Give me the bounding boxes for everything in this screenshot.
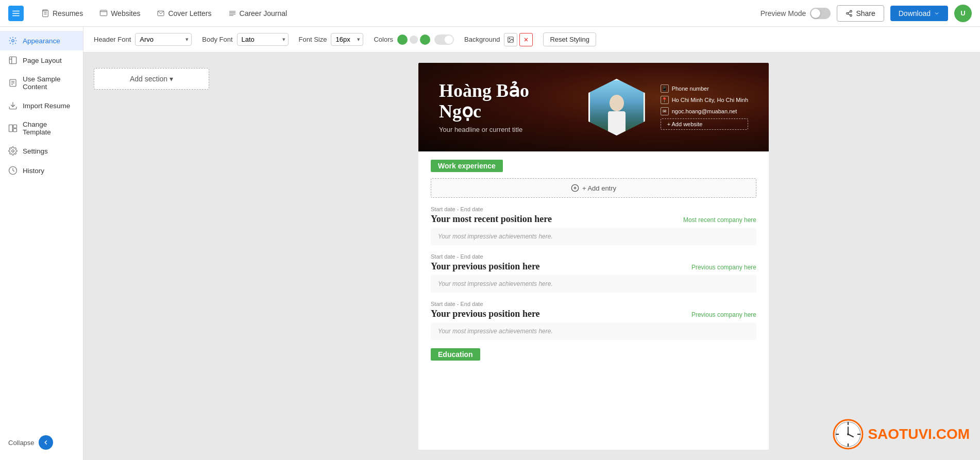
location-icon: 📍 [661, 96, 669, 104]
sidebar-collapse[interactable]: Collapse [0, 429, 83, 456]
nav-item-resumes[interactable]: Resumes [34, 6, 90, 21]
job-company-1[interactable]: Most recent company here [683, 216, 756, 224]
sidebar-item-history[interactable]: History [0, 161, 83, 180]
nav-item-career-journal[interactable]: Career Journal [221, 6, 295, 21]
header-contacts: 📱 Phone number 📍 Ho Chi Minh City, Ho Ch… [661, 84, 748, 130]
header-font-select-wrapper[interactable]: Arvo Georgia Merriweather [135, 33, 192, 46]
svg-point-19 [12, 40, 14, 42]
education-header: Education [431, 348, 480, 361]
profile-photo[interactable] [588, 79, 645, 135]
body-font-group: Body Font Lato Open Sans Roboto [202, 33, 288, 46]
work-experience-section: Work experience + Add entry Start date -… [431, 160, 756, 340]
job-dates-2: Start date - End date [431, 253, 756, 260]
font-size-select-wrapper[interactable]: 14px 15px 16px 17px 18px [331, 33, 363, 46]
svg-point-31 [12, 150, 14, 152]
svg-point-16 [850, 14, 852, 16]
add-website-button[interactable]: + Add website [661, 118, 748, 130]
content-area: Add section ▾ Hoàng Bảo Ngọc Your headli… [83, 53, 980, 460]
main-layout: Appearance Page Layout Use Sample Conten… [0, 27, 980, 460]
top-navigation: Resumes Websites Cover Letters Career Jo… [0, 0, 980, 27]
content-inner: Add section ▾ Hoàng Bảo Ngọc Your headli… [83, 53, 980, 460]
sidebar-item-change-template[interactable]: Change Template [0, 115, 83, 141]
svg-line-17 [848, 13, 850, 14]
job-entry-3: Start date - End date Your previous posi… [431, 301, 756, 340]
job-title-row-2: Your previous position here Previous com… [431, 261, 756, 272]
colors-toggle[interactable] [434, 35, 454, 45]
reset-styling-button[interactable]: Reset Styling [543, 32, 596, 46]
header-font-select[interactable]: Arvo Georgia Merriweather [135, 33, 192, 46]
nav-items: Resumes Websites Cover Letters Career Jo… [34, 6, 761, 21]
job-company-2[interactable]: Previous company here [691, 264, 756, 271]
svg-rect-28 [9, 125, 13, 132]
font-size-group: Font Size 14px 15px 16px 17px 18px [299, 33, 364, 46]
nav-item-cover-letters[interactable]: Cover Letters [149, 6, 218, 21]
job-title-row-1: Your most recent position here Most rece… [431, 214, 756, 225]
user-avatar[interactable]: U [954, 5, 972, 22]
job-achievements-2[interactable]: Your most impressive achievements here. [431, 275, 756, 293]
nav-right: Preview Mode Share Download U [761, 5, 972, 22]
job-entry-2: Start date - End date Your previous posi… [431, 253, 756, 293]
work-experience-header: Work experience [431, 160, 503, 172]
svg-point-34 [510, 38, 511, 39]
resume-body: Work experience + Add entry Start date -… [418, 151, 769, 375]
app-logo[interactable] [8, 6, 24, 21]
resume-card: Hoàng Bảo Ngọc Your headline or current … [418, 63, 769, 450]
font-size-select[interactable]: 14px 15px 16px 17px 18px [331, 33, 363, 46]
svg-rect-2 [12, 15, 20, 16]
color-separator [410, 36, 418, 44]
sidebar-item-import-resume[interactable]: Import Resume [0, 96, 83, 115]
resume-subtitle[interactable]: Your headline or current title [439, 126, 573, 133]
sidebar-item-settings[interactable]: Settings [0, 141, 83, 161]
svg-point-14 [850, 10, 852, 12]
svg-point-37 [610, 95, 624, 111]
job-dates-3: Start date - End date [431, 301, 756, 307]
job-company-3[interactable]: Previous company here [691, 311, 756, 318]
sidebar-item-page-layout[interactable]: Page Layout [0, 50, 83, 70]
email-icon: ✉ [661, 107, 669, 115]
job-title-3[interactable]: Your previous position here [431, 309, 540, 319]
appearance-toolbar: Header Font Arvo Georgia Merriweather Bo… [83, 27, 980, 53]
collapse-button[interactable] [39, 435, 53, 450]
download-button[interactable]: Download [890, 6, 948, 21]
color-dot-1[interactable] [397, 35, 408, 45]
svg-rect-0 [12, 10, 20, 11]
job-title-1[interactable]: Your most recent position here [431, 214, 552, 225]
svg-rect-20 [9, 57, 16, 64]
add-section-button[interactable]: Add section ▾ [94, 68, 209, 90]
job-entry-1: Start date - End date Your most recent p… [431, 206, 756, 245]
color-dot-2[interactable] [420, 35, 430, 45]
job-achievements-3[interactable]: Your most impressive achievements here. [431, 322, 756, 340]
job-dates-1: Start date - End date [431, 206, 756, 212]
body-font-select-wrapper[interactable]: Lato Open Sans Roboto [237, 33, 289, 46]
background-icons [504, 33, 533, 46]
sidebar-item-use-sample[interactable]: Use Sample Content [0, 70, 83, 96]
body-font-select[interactable]: Lato Open Sans Roboto [237, 33, 289, 46]
nav-item-websites[interactable]: Websites [92, 6, 147, 21]
resume-name[interactable]: Hoàng Bảo Ngọc [439, 81, 573, 122]
svg-rect-38 [608, 111, 626, 134]
resume-header: Hoàng Bảo Ngọc Your headline or current … [418, 63, 769, 151]
sidebar-item-appearance[interactable]: Appearance [0, 31, 83, 50]
background-upload-icon[interactable] [504, 33, 517, 46]
contact-location: 📍 Ho Chi Minh City, Ho Chi Minh [661, 96, 748, 104]
share-button[interactable]: Share [837, 5, 884, 22]
preview-mode-toggle: Preview Mode [761, 8, 831, 19]
job-title-row-3: Your previous position here Previous com… [431, 309, 756, 319]
svg-point-15 [847, 12, 849, 14]
color-dots [397, 35, 430, 45]
svg-rect-1 [12, 13, 20, 14]
svg-rect-7 [100, 10, 107, 16]
contact-email: ✉ ngoc.hoang@muaban.net [661, 107, 748, 115]
left-panel: Add section ▾ [94, 63, 217, 450]
preview-toggle-switch[interactable] [810, 8, 831, 19]
job-title-2[interactable]: Your previous position here [431, 261, 540, 272]
header-font-group: Header Font Arvo Georgia Merriweather [94, 33, 192, 46]
contact-phone: 📱 Phone number [661, 84, 748, 93]
header-avatar-block [588, 79, 645, 135]
background-remove-icon[interactable] [519, 33, 533, 46]
background-group: Background [464, 33, 533, 46]
add-entry-button[interactable]: + Add entry [431, 178, 756, 198]
svg-rect-29 [13, 125, 17, 128]
colors-group: Colors [374, 35, 454, 45]
job-achievements-1[interactable]: Your most impressive achievements here. [431, 228, 756, 245]
